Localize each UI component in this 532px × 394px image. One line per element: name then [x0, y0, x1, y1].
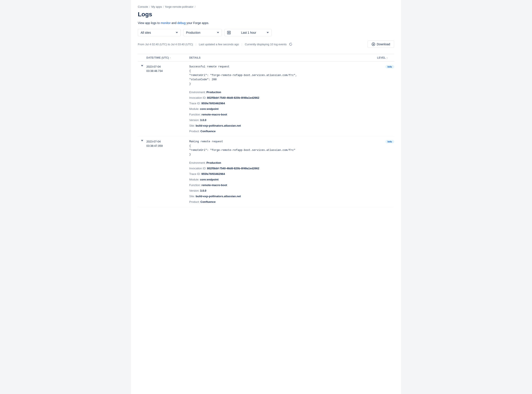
time-filter-label: Last 1 hour: [241, 31, 256, 34]
col-level[interactable]: Level ↕: [377, 56, 394, 59]
log-details: Making remote request { "remoteUrl": "fo…: [189, 140, 377, 205]
time-filter-chevron: [267, 32, 269, 33]
log-meta-item: Environment: Production: [189, 89, 377, 95]
last-updated: Last updated a few seconds ago: [199, 43, 239, 46]
page-description: View app logs to monitor and debug your …: [138, 21, 394, 25]
col-datetime[interactable]: Date/Time (UTC) ↑: [146, 56, 189, 59]
log-meta: Environment: ProductionInvocation ID: 80…: [189, 160, 377, 205]
level-badge: Info: [385, 140, 394, 143]
download-label: Download: [377, 42, 390, 46]
log-meta-item: Invocation ID: 802f5bbf-7540-46d8-820b-8…: [189, 166, 377, 171]
table-header: Date/Time (UTC) ↑ Details Level ↕: [138, 54, 394, 62]
breadcrumb-myapps[interactable]: My apps: [151, 5, 162, 8]
debug-link[interactable]: debug: [177, 21, 186, 25]
log-meta-item: Product: Confluence: [189, 129, 377, 134]
log-meta-item: Invocation ID: 802f5bbf-7540-46d8-820b-8…: [189, 95, 377, 101]
log-meta-item: Function: remote-macro-boot: [189, 182, 377, 188]
log-datetime: 2023-07-04 03:38:47.059: [146, 140, 189, 148]
env-filter-chevron: [217, 32, 219, 33]
level-badge: Info: [385, 65, 394, 68]
event-count: Currently displaying 10 log events: [245, 43, 287, 46]
level-sort-icon: ↕: [386, 57, 388, 59]
download-button[interactable]: Download: [368, 41, 394, 48]
monitor-link[interactable]: monitor: [161, 21, 171, 25]
log-meta-item: Trace ID: 955fe76f03462964: [189, 101, 377, 106]
refresh-button[interactable]: [288, 42, 293, 47]
log-table: Date/Time (UTC) ↑ Details Level ↕ 2023-0…: [138, 54, 394, 207]
info-bar: From Jul 4 02:40 (UTC) to Jul 4 03:40 (U…: [138, 41, 394, 50]
time-filter[interactable]: Last 1 hour: [224, 29, 272, 36]
col-expand: [138, 56, 146, 59]
chevron-down-icon: [141, 65, 143, 67]
download-icon: [372, 42, 375, 46]
log-meta: Environment: ProductionInvocation ID: 80…: [189, 89, 377, 134]
col-details: Details: [189, 56, 377, 59]
log-meta-item: Environment: Production: [189, 160, 377, 166]
log-meta-item: Trace ID: 955fe76f03462964: [189, 171, 377, 177]
sites-filter-label: All sites: [141, 31, 151, 34]
sort-icon: ↑: [170, 57, 171, 59]
chevron-down-icon: [141, 140, 143, 141]
log-rows: 2023-07-04 03:38:48.734Successful remote…: [138, 62, 394, 207]
sites-filter-chevron: [176, 32, 178, 33]
log-meta-item: Function: remote-macro-boot: [189, 112, 377, 117]
breadcrumb: Console / My apps / forge-remote-pollina…: [138, 5, 394, 8]
date-range: From Jul 4 02:40 (UTC) to Jul 4 03:40 (U…: [138, 43, 193, 46]
level-col: Info: [377, 140, 394, 143]
log-meta-item: Version: 3.0.0: [189, 188, 377, 194]
log-code: Successful remote request { "remoteUrl":…: [189, 65, 377, 86]
breadcrumb-app[interactable]: forge-remote-pollinator: [165, 5, 193, 8]
info-bar-left: From Jul 4 02:40 (UTC) to Jul 4 03:40 (U…: [138, 42, 293, 47]
log-code: Making remote request { "remoteUrl": "fo…: [189, 140, 377, 157]
log-meta-item: Site: build-exp-pollinators.atlassian.ne…: [189, 123, 377, 129]
calendar-icon: [227, 31, 231, 34]
page-title: Logs: [138, 11, 394, 18]
expand-button[interactable]: [138, 140, 146, 141]
log-meta-item: Module: core:endpoint: [189, 177, 377, 182]
log-meta-item: Module: core:endpoint: [189, 106, 377, 112]
level-col: Info: [377, 65, 394, 68]
table-row: 2023-07-04 03:38:47.059Making remote req…: [138, 136, 394, 207]
log-meta-item: Version: 3.0.0: [189, 117, 377, 123]
table-row: 2023-07-04 03:38:48.734Successful remote…: [138, 62, 394, 136]
log-datetime: 2023-07-04 03:38:48.734: [146, 65, 189, 73]
log-details: Successful remote request { "remoteUrl":…: [189, 65, 377, 134]
filters-row: All sites Production Last 1 hour: [138, 29, 394, 36]
sites-filter[interactable]: All sites: [138, 29, 181, 36]
env-filter-label: Production: [186, 31, 200, 34]
env-filter[interactable]: Production: [183, 29, 222, 36]
expand-button[interactable]: [138, 65, 146, 67]
breadcrumb-console[interactable]: Console: [138, 5, 148, 8]
log-meta-item: Product: Confluence: [189, 199, 377, 205]
log-meta-item: Site: build-exp-pollinators.atlassian.ne…: [189, 194, 377, 199]
